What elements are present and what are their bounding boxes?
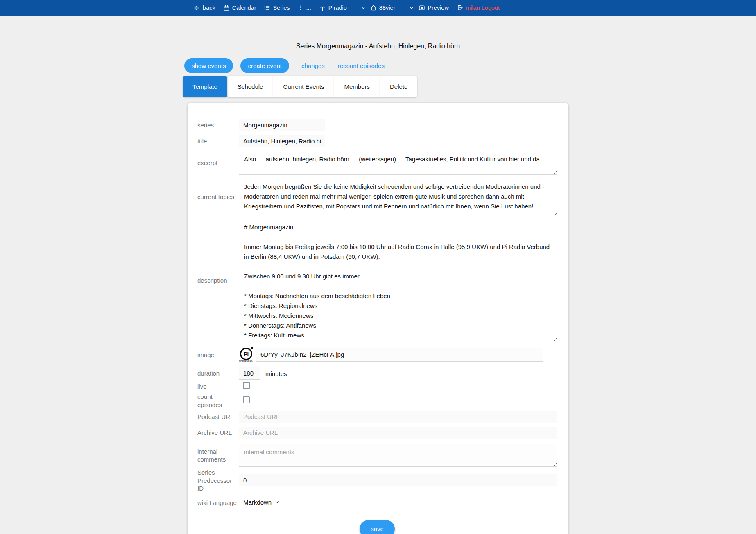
series-predecessor-label: Series Predecessor ID (197, 468, 239, 493)
live-row: live (197, 382, 557, 391)
duration-input[interactable] (239, 367, 260, 380)
nav-series[interactable]: Series (264, 5, 290, 11)
title-label: title (197, 137, 239, 145)
series-input[interactable] (239, 119, 325, 131)
nav-series-label: Series (273, 5, 290, 11)
series-label: series (197, 121, 239, 129)
action-bar: show events create event changes recount… (184, 58, 568, 73)
podcast-url-label: Podcast URL (197, 413, 239, 421)
template-form-card: series title excerpt Also … aufstehn, hi… (188, 103, 568, 534)
archive-url-input[interactable] (239, 427, 557, 439)
list-icon (264, 5, 270, 11)
chevron-down-icon (275, 500, 280, 505)
nav-station-label: Piradio (328, 5, 347, 11)
logo-caption: MORGENMAGAZIN (239, 360, 253, 362)
internal-comments-textarea[interactable] (239, 444, 557, 467)
archive-url-label: Archive URL (197, 429, 239, 437)
image-filename-input[interactable] (256, 348, 543, 362)
home-icon (370, 5, 377, 11)
nav-station-piradio[interactable]: Piradio (319, 5, 347, 11)
broadcast-antenna-icon (319, 5, 326, 11)
count-episodes-label: count episodes (197, 393, 222, 409)
excerpt-row: excerpt Also … aufstehn, hinlegen, Radio… (197, 151, 557, 175)
tab-template[interactable]: Template (183, 76, 228, 97)
internal-comments-label: internal comments (197, 448, 239, 464)
series-predecessor-row: Series Predecessor ID (197, 468, 557, 493)
preview-icon (419, 5, 425, 11)
nav-calendar-label: Calendar (232, 5, 256, 11)
nav-channel-label: 88vier (379, 5, 396, 11)
live-checkbox[interactable] (243, 382, 250, 389)
description-row: description # Morgenmagazin Immer Montag… (197, 219, 557, 342)
excerpt-label: excerpt (197, 159, 239, 167)
wiki-language-label: wiki Language (197, 499, 239, 507)
nav-channel-88vier[interactable]: 88vier (370, 5, 396, 11)
podcast-url-input[interactable] (239, 411, 557, 423)
pi-logo-icon: PI (240, 348, 252, 360)
current-topics-label: current topics (197, 193, 239, 201)
current-topics-row: current topics Jeden Morgen begrüßen Sie… (197, 179, 557, 215)
tab-members[interactable]: Members (334, 76, 380, 97)
title-row: title (197, 135, 557, 147)
nav-logout-label: milan Logout (466, 5, 500, 11)
nav-more[interactable]: ... (298, 5, 311, 11)
logout-icon (457, 5, 463, 11)
top-nav: back Calendar Series ... Piradio 88vier … (0, 0, 756, 16)
page-title: Series Morgenmagazin - Aufstehn, Hinlege… (0, 43, 756, 50)
tab-bar: Template Schedule Current Events Members… (183, 76, 568, 97)
image-label: image (197, 351, 239, 359)
chevron-down-icon (360, 5, 366, 11)
duration-unit-label: minutes (265, 370, 287, 377)
nav-more-label: ... (306, 5, 311, 11)
nav-back-label: back (203, 5, 215, 11)
tab-current-events[interactable]: Current Events (273, 76, 334, 97)
podcast-url-row: Podcast URL (197, 411, 557, 423)
nav-calendar[interactable]: Calendar (223, 5, 256, 11)
create-event-button[interactable]: create event (240, 58, 289, 73)
calendar-icon (223, 5, 230, 11)
channel-dropdown-toggle[interactable] (409, 5, 414, 11)
back-arrow-icon (193, 5, 200, 11)
nav-preview[interactable]: Preview (419, 5, 449, 11)
description-label: description (197, 276, 239, 285)
series-predecessor-input[interactable] (239, 474, 557, 486)
tab-delete[interactable]: Delete (380, 76, 417, 97)
wiki-language-value: Markdown (243, 499, 272, 506)
archive-url-row: Archive URL (197, 427, 557, 439)
duration-label: duration (197, 369, 239, 378)
save-button[interactable]: save (360, 520, 395, 534)
wiki-language-select[interactable]: Markdown (239, 496, 284, 509)
duration-row: duration minutes (197, 367, 557, 380)
series-row: series (197, 119, 557, 131)
description-textarea[interactable]: # Morgenmagazin Immer Montag bis Freitag… (239, 219, 557, 342)
nav-preview-label: Preview (428, 5, 449, 11)
series-logo-thumbnail: PI MORGENMAGAZIN (239, 348, 253, 362)
title-input[interactable] (239, 135, 325, 147)
count-episodes-checkbox[interactable] (243, 396, 250, 403)
chevron-down-icon (409, 5, 414, 11)
current-topics-textarea[interactable]: Jeden Morgen begrüßen Sie die keine Müdi… (239, 179, 557, 215)
count-episodes-row: count episodes (197, 393, 557, 409)
station-dropdown-toggle[interactable] (360, 5, 366, 11)
nav-logout[interactable]: milan Logout (457, 5, 500, 11)
nav-back[interactable]: back (193, 5, 215, 11)
recount-episodes-button[interactable]: recount episodes (333, 58, 389, 73)
changes-button[interactable]: changes (297, 58, 330, 73)
live-label: live (197, 382, 239, 391)
logo-mark (251, 347, 253, 349)
kebab-menu-icon (298, 5, 304, 11)
show-events-button[interactable]: show events (184, 58, 233, 73)
tab-schedule[interactable]: Schedule (228, 76, 274, 97)
wiki-language-row: wiki Language Markdown (197, 496, 557, 509)
internal-comments-row: internal comments (197, 444, 557, 467)
image-row: image PI MORGENMAGAZIN (197, 348, 557, 362)
excerpt-textarea[interactable]: Also … aufstehn, hinlegen, Radio hörn … … (239, 151, 557, 175)
